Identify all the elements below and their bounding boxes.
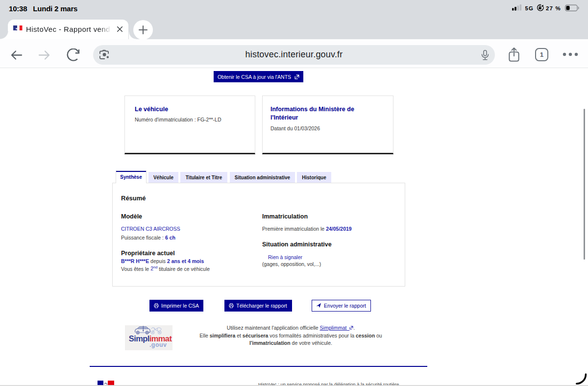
svg-text:27 %: 27 % (546, 5, 561, 11)
svg-text:5G: 5G (525, 5, 534, 11)
